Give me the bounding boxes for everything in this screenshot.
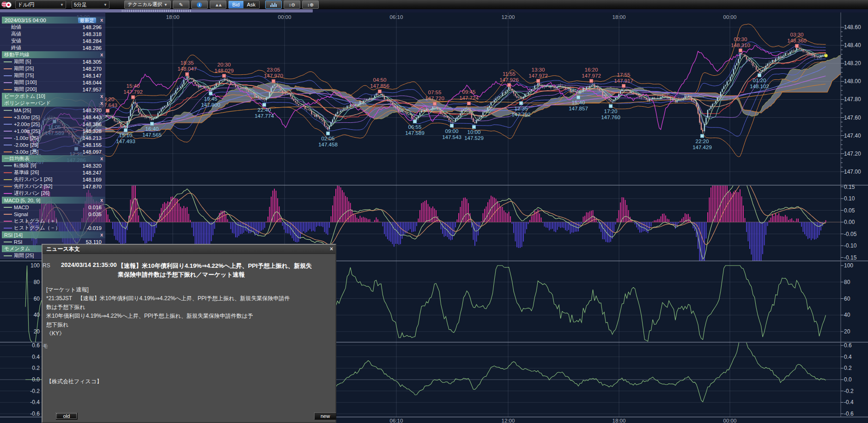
indicator-value: -0.019 (86, 225, 102, 231)
news-source: 【株式会社フィスコ】 (46, 378, 102, 386)
line-color-swatch (4, 145, 12, 145)
quote-row: 高値148.318 (2, 30, 105, 37)
rsi-left-axis-label: 20 (11, 328, 40, 335)
indicator-label: 期間 [100] (14, 79, 37, 86)
indicator-label: -2.00σ [25] (14, 142, 38, 148)
indicator-value: 148.386 (82, 121, 102, 127)
news-body: [マーケット速報]*21:35JST 【速報】米10年債利回り4.19%⇒4.2… (46, 285, 333, 338)
momentum-axis-label: 0.2 (844, 365, 852, 371)
macd-axis-label: 0.05 (844, 207, 855, 214)
peak-time-label: 03:30 (779, 32, 814, 37)
indicator-row: +2.00σ [25]148.386 (2, 121, 105, 127)
close-icon[interactable]: x (100, 100, 103, 106)
bottom-price-label: 147.565 (134, 132, 170, 138)
momentum-axis-label: 0.6 (844, 342, 852, 349)
indicator-row: -3.00σ [25]148.097 (2, 148, 105, 155)
indicator-row: 転換線 [9]148.320 (2, 162, 105, 169)
indicator-value: 148.247 (82, 170, 102, 175)
peak-time-label: 16:20 (574, 67, 609, 73)
chart-range-scrollbar[interactable] (0, 9, 868, 12)
technical-select-button[interactable]: テクニカル選択 ▼ (124, 0, 171, 9)
newer-news-button[interactable]: new (314, 412, 336, 420)
indicator-value: 147.957 (82, 87, 102, 92)
close-icon[interactable]: x (100, 93, 103, 99)
zoom-out-button[interactable]: ↕⊖ (284, 0, 300, 9)
bottom-time-label: 15:40 (561, 100, 596, 105)
bottom-time-label: 02:05 (310, 136, 346, 141)
quote-label: 始値 (11, 24, 21, 30)
price-axis-label: 147.80 (844, 96, 861, 103)
news-window-titlebar[interactable]: ニュース本文 × (42, 245, 335, 254)
time-label-top: 06:10 (382, 14, 410, 20)
line-color-swatch (4, 214, 12, 215)
indicator-label: ヒストグラム（＋） (14, 218, 61, 224)
timeframe-select[interactable]: 5分足 ▼ (72, 0, 109, 9)
quote-value: 148.284 (82, 38, 102, 44)
news-headline-line2: 業保険申請件数は予想下振れ／マーケット速報 (118, 270, 336, 279)
rsi-left-axis-label: 100 (11, 262, 40, 269)
line-color-swatch (4, 165, 12, 166)
indicator-label: 期間 [200] (14, 86, 37, 93)
momentum-left-axis-label: -0.2 (11, 388, 40, 394)
price-axis-label: 147.20 (844, 151, 861, 157)
rsi-axis-label: 100 (844, 262, 853, 269)
momentum-left-axis-label: 0.6 (11, 342, 40, 349)
line-color-swatch (4, 131, 12, 132)
older-news-button[interactable]: old (55, 412, 78, 420)
indicator-section-header: 一目均衡表x (2, 155, 105, 162)
rsi-axis-label: 20 (844, 328, 850, 335)
close-icon[interactable]: x (100, 232, 103, 237)
indicator-label: +3.00σ [25] (14, 115, 40, 120)
line-color-swatch (4, 193, 12, 194)
momentum-left-axis-label: -0.4 (11, 399, 40, 405)
zoom-out-icon: ↕⊖ (289, 2, 295, 7)
zoom-in-button[interactable]: ↕⊕ (302, 0, 319, 9)
ask-button[interactable]: Ask (243, 1, 259, 8)
news-body-line: 想下振れ (46, 320, 333, 329)
peak-price-label: 147.724 (451, 95, 486, 101)
currency-flags-icon (1, 1, 13, 8)
zoom-in-icon: ↕⊕ (307, 2, 313, 7)
peak-price-label: 147.972 (574, 73, 609, 79)
indicator-value: 148.097 (82, 149, 102, 155)
close-icon[interactable]: × (330, 246, 333, 252)
chart-type-button[interactable]: ▲▲ (210, 0, 226, 9)
momentum-pane-caption: モ (42, 342, 48, 350)
rsi-left-axis-label: 40 (11, 312, 40, 318)
news-headline-time: 2024/03/14 21:35:00 (61, 261, 117, 268)
draw-tool-button[interactable]: ✎ (173, 0, 189, 9)
line-color-swatch (4, 242, 12, 242)
bottom-price-label: 147.774 (247, 113, 282, 119)
indicator-value: 148.044 (82, 80, 102, 85)
indicator-row: 基準線 [26]148.247 (2, 169, 105, 176)
peak-time-label: 04:50 (362, 77, 397, 83)
currency-pair-select[interactable]: ドル/円 ▼ (15, 0, 66, 9)
line-color-swatch (4, 179, 12, 180)
indicator-section-title: 移動平均線 (4, 51, 30, 58)
info-button[interactable]: i (191, 0, 208, 9)
momentum-left-axis-label: 0.2 (11, 365, 40, 371)
bottom-time-label: 01:20 (742, 78, 777, 83)
quote-label: 終値 (11, 44, 21, 51)
peak-time-label: 00:30 (723, 36, 758, 42)
close-icon[interactable]: x (100, 197, 103, 203)
volume-display-button[interactable] (265, 0, 282, 9)
close-icon[interactable]: x (100, 52, 103, 57)
indicator-value: 0.035 (88, 212, 102, 217)
bid-button[interactable]: Bid (229, 1, 243, 8)
peak-time-label: 17:55 (606, 72, 641, 78)
peak-price-label: 147.917 (606, 78, 641, 84)
quote-row: 終値148.286 (2, 44, 105, 51)
main-toolbar: ドル/円 ▼ 5分足 ▼ テクニカル選択 ▼ ✎ i ▲▲ Bid Ask ↕⊖… (0, 0, 868, 9)
quote-value: 148.318 (82, 31, 102, 37)
bid-ask-toggle: Bid Ask (228, 0, 260, 9)
time-label-bottom: 06:10 (382, 418, 410, 423)
indicator-label: 先行スパン1 [26] (14, 176, 52, 183)
time-label-bottom: 18:00 (605, 418, 633, 423)
indicator-value: 148.147 (82, 73, 102, 79)
line-color-swatch (4, 75, 12, 76)
rsi-left-axis-label: 80 (11, 279, 40, 285)
indicator-label: 先行スパン2 [52] (14, 183, 52, 190)
close-icon[interactable]: x (100, 17, 103, 23)
close-icon[interactable]: x (100, 156, 103, 161)
